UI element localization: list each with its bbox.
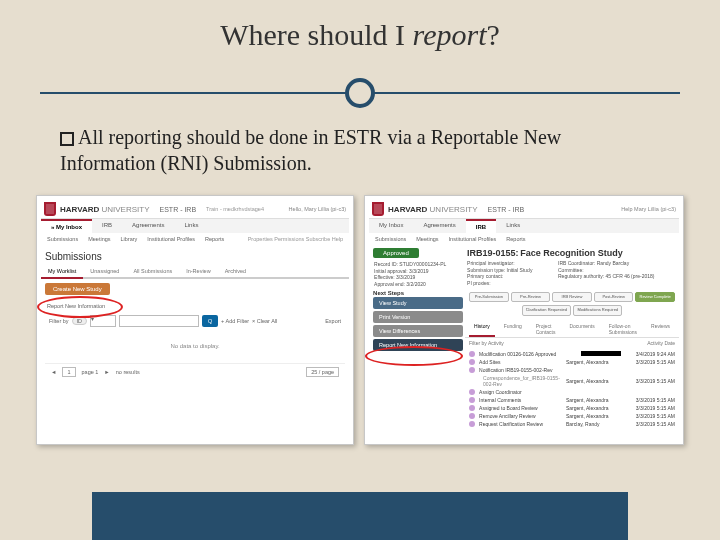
filter-search-input[interactable] [119, 315, 199, 327]
filter-bar: Filter by ID ▾ Q + Add Filter × Clear Al… [45, 313, 345, 329]
list-tabstrip: My Worklist Unassigned All Submissions I… [41, 265, 349, 279]
tab-documents[interactable]: Documents [564, 321, 599, 337]
wf-step: IRB Review [552, 292, 592, 302]
sub-nav: Submissions Meetings Institutional Profi… [369, 233, 679, 245]
tab-agreements[interactable]: Agreements [122, 219, 174, 233]
history-row: Correspondence_for_IRB19-0155-002-RevSar… [469, 374, 675, 388]
filter-pill[interactable]: ID [72, 317, 88, 325]
report-new-info-link[interactable]: Report New Information [45, 299, 345, 313]
tab-in-review[interactable]: In-Review [179, 265, 217, 277]
subnav-meetings[interactable]: Meetings [88, 236, 110, 242]
bullet-box-icon [60, 132, 74, 146]
detail-tabs: History Funding Project Contacts Documen… [465, 319, 679, 338]
next-steps-heading: Next Steps [369, 287, 461, 297]
print-version-button[interactable]: Print Version [373, 311, 463, 323]
screenshot-right: HARVARD UNIVERSITY ESTR - IRB Help Mary … [364, 195, 684, 445]
workflow-diagram: Pre-Submission Pre-Review IRB Review Pos… [465, 289, 679, 305]
history-list: Modification 00126-0126 Approved3/4/2019… [465, 348, 679, 430]
tab-irb[interactable]: IRB [466, 219, 496, 233]
workflow-lower: Clarification Requested Modifications Re… [465, 305, 679, 318]
subnav-profiles[interactable]: Institutional Profiles [449, 236, 497, 242]
activity-dot-icon [469, 351, 475, 357]
study-name: Face Recognition Study [520, 248, 623, 258]
tab-archived[interactable]: Archived [218, 265, 253, 277]
wf-step: Post-Review [594, 292, 634, 302]
history-filter: Filter by Activity Activity Date [465, 338, 679, 348]
export-link[interactable]: Export [325, 318, 341, 324]
report-new-info-button[interactable]: Report New Information [373, 339, 463, 351]
page-actions: Properties Permissions Subscribe Help [248, 236, 343, 242]
tab-unassigned[interactable]: Unassigned [83, 265, 126, 277]
screenshot-left: HARVARD UNIVERSITY ESTR - IRB Train - me… [36, 195, 354, 445]
wf-step: Pre-Submission [469, 292, 509, 302]
tab-history[interactable]: History [469, 321, 495, 337]
tab-agreements[interactable]: Agreements [413, 219, 465, 233]
tab-funding[interactable]: Funding [499, 321, 527, 337]
tab-my-inbox[interactable]: » My Inbox [41, 219, 92, 233]
activity-dot-icon [469, 405, 475, 411]
subnav-profiles[interactable]: Institutional Profiles [147, 236, 195, 242]
body-text: All reporting should be done in ESTR via… [60, 126, 561, 174]
harvard-crest-icon [372, 202, 384, 216]
subnav-library[interactable]: Library [121, 236, 138, 242]
harvard-crest-icon [44, 202, 56, 216]
subnav-reports[interactable]: Reports [205, 236, 224, 242]
page-label: page 1 [82, 369, 99, 375]
history-row: Modification 00126-0126 Approved3/4/2019… [469, 350, 675, 358]
activity-dot-icon [469, 367, 475, 373]
subnav-meetings[interactable]: Meetings [416, 236, 438, 242]
wf-step: Pre-Review [511, 292, 551, 302]
tab-reviews[interactable]: Reviews [646, 321, 675, 337]
filter-go-button[interactable]: Q [202, 315, 218, 327]
tab-irb[interactable]: IRB [92, 219, 122, 233]
history-row: Notification IRB19-0155-002-Rev [469, 366, 675, 374]
title-suffix: ? [487, 18, 500, 51]
page-input[interactable]: 1 [62, 367, 75, 377]
section-heading: Submissions [41, 245, 349, 265]
history-row: Remove Ancillary ReviewSargent, Alexandr… [469, 412, 675, 420]
user-greeting: Help Mary Lillia (pi-c3) [621, 206, 676, 212]
tab-all[interactable]: All Submissions [126, 265, 179, 277]
add-filter-link[interactable]: + Add Filter [221, 318, 249, 324]
tab-my-inbox[interactable]: My Inbox [369, 219, 413, 233]
per-page-select[interactable]: 25 / page [306, 367, 339, 377]
activity-dot-icon [469, 397, 475, 403]
env-label: Train - medkrhvdstage4 [206, 206, 264, 212]
tab-links[interactable]: Links [496, 219, 530, 233]
wf-step: Clarification Requested [522, 305, 571, 315]
slide-title: Where should I report? [0, 0, 720, 52]
tab-links[interactable]: Links [174, 219, 208, 233]
filter-dropdown[interactable]: ▾ [90, 315, 116, 327]
wf-step: Modifications Required [573, 305, 622, 315]
wf-step-active: Review Complete [635, 292, 675, 302]
view-study-button[interactable]: View Study [373, 297, 463, 309]
subnav-submissions[interactable]: Submissions [47, 236, 78, 242]
body-paragraph: All reporting should be done in ESTR via… [60, 124, 660, 176]
brand-header: HARVARD UNIVERSITY ESTR - IRB Help Mary … [369, 200, 679, 219]
subnav-reports[interactable]: Reports [506, 236, 525, 242]
activity-dot-icon [469, 359, 475, 365]
tab-worklist[interactable]: My Worklist [41, 265, 83, 279]
pager: ◄ 1 page 1 ► no results 25 / page [45, 363, 345, 380]
clear-all-link[interactable]: × Clear All [252, 318, 277, 324]
title-prefix: Where should I [220, 18, 412, 51]
study-id: IRB19-0155: [467, 248, 519, 258]
history-row: Add SitesSargent, Alexandra3/3/2019 5:15… [469, 358, 675, 366]
study-meta-left: Record ID: STUDY00001234-PL Initial appr… [369, 261, 461, 287]
empty-state: No data to display. [45, 329, 345, 363]
filter-label: Filter by [49, 318, 69, 324]
view-differences-button[interactable]: View Differences [373, 325, 463, 337]
action-stack: View Study Print Version View Difference… [369, 297, 461, 351]
tab-contacts[interactable]: Project Contacts [531, 321, 561, 337]
history-row: Assigned to Board ReviewSargent, Alexand… [469, 404, 675, 412]
app-name: ESTR - IRB [488, 206, 525, 213]
user-greeting: Hello, Mary Lillia (pi-c3) [289, 206, 346, 212]
brand: HARVARD UNIVERSITY [60, 205, 150, 214]
tab-followon[interactable]: Follow-on Submissions [604, 321, 642, 337]
subnav-submissions[interactable]: Submissions [375, 236, 406, 242]
activity-dot-icon [469, 421, 475, 427]
brand: HARVARD UNIVERSITY [388, 205, 478, 214]
title-emph: report [413, 18, 487, 51]
top-nav: My Inbox Agreements IRB Links [369, 219, 679, 233]
create-new-study-button[interactable]: Create New Study [45, 283, 110, 295]
